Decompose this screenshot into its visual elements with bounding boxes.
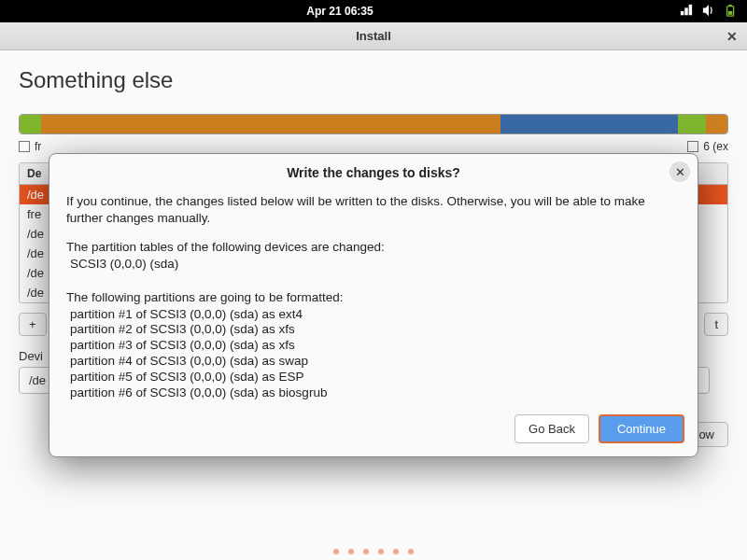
svg-rect-0 [681,10,684,14]
continue-button[interactable]: Continue [599,414,684,443]
dialog-device: SCSI3 (0,0,0) (sda) [70,256,681,273]
clock: Apr 21 06:35 [0,5,680,18]
modal-backdrop: ✕ Write the changes to disks? If you con… [0,22,747,560]
dialog-partition-list: partition #1 of SCSI3 (0,0,0) (sda) as e… [70,307,681,401]
dialog-body: If you continue, the changes listed belo… [49,189,698,414]
svg-marker-3 [703,4,709,15]
svg-rect-5 [728,4,732,6]
partition-line: partition #4 of SCSI3 (0,0,0) (sda) as s… [70,354,681,370]
volume-icon[interactable] [702,4,715,20]
battery-icon[interactable] [725,4,738,20]
partition-line: partition #2 of SCSI3 (0,0,0) (sda) as x… [70,322,681,338]
dialog-title: Write the changes to disks? [49,154,698,189]
partition-line: partition #1 of SCSI3 (0,0,0) (sda) as e… [70,307,681,323]
dialog-tables-changed: The partition tables of the following de… [66,239,681,256]
svg-rect-6 [728,10,732,14]
confirm-dialog: ✕ Write the changes to disks? If you con… [49,153,698,457]
partition-line: partition #6 of SCSI3 (0,0,0) (sda) as b… [70,385,681,401]
go-back-button[interactable]: Go Back [514,414,589,443]
partition-line: partition #3 of SCSI3 (0,0,0) (sda) as x… [70,338,681,354]
svg-rect-2 [689,4,693,14]
network-icon[interactable] [680,4,693,20]
system-tray [680,4,747,20]
dialog-intro: If you continue, the changes listed belo… [66,193,681,227]
installer-window: Install ✕ Something else fr 6 (ex De /de… [0,22,747,560]
dialog-formatted-intro: The following partitions are going to be… [66,289,681,306]
dialog-buttons: Go Back Continue [49,414,698,443]
svg-rect-1 [684,7,688,15]
system-topbar: Apr 21 06:35 [0,0,747,22]
partition-line: partition #5 of SCSI3 (0,0,0) (sda) as E… [70,370,681,385]
